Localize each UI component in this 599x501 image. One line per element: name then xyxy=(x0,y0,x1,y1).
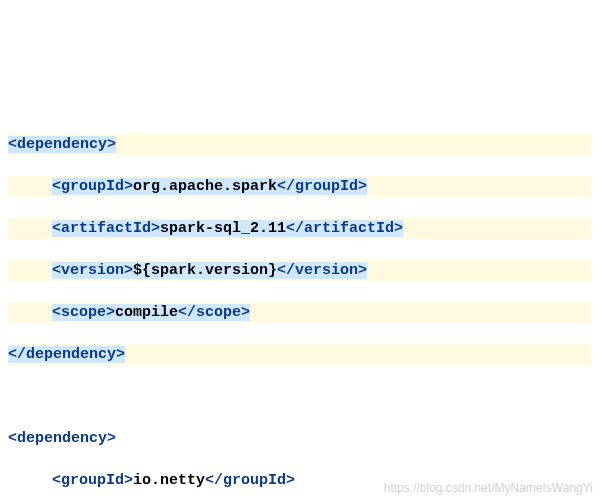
tag-artifactId-close: </artifactId> xyxy=(286,220,403,237)
code-line: <scope>compile</scope> xyxy=(8,302,591,323)
groupId-value: io.netty xyxy=(133,472,205,489)
tag-groupId-close: </groupId> xyxy=(205,472,295,489)
tag-groupId-open: <groupId> xyxy=(52,472,133,489)
tag-version-close: </version> xyxy=(277,262,367,279)
tag-artifactId-open: <artifactId> xyxy=(52,220,160,237)
watermark-text: https://blog.csdn.net/MyNameIsWangYi xyxy=(384,480,593,497)
code-line: <version>${spark.version}</version> xyxy=(8,260,591,281)
tag-groupId-close: </groupId> xyxy=(277,178,367,195)
tag-dependency-close: </dependency> xyxy=(8,346,125,363)
tag-dependency-open: <dependency> xyxy=(8,136,116,153)
code-line: <dependency> xyxy=(8,428,591,449)
code-line: <dependency> xyxy=(8,134,591,155)
tag-scope-open: <scope> xyxy=(52,304,115,321)
version-value: ${spark.version} xyxy=(133,262,277,279)
groupId-value: org.apache.spark xyxy=(133,178,277,195)
blank-line xyxy=(8,386,591,407)
code-line: <artifactId>spark-sql_2.11</artifactId> xyxy=(8,218,591,239)
tag-scope-close: </scope> xyxy=(178,304,250,321)
artifactId-value: spark-sql_2.11 xyxy=(160,220,286,237)
tag-dependency-open: <dependency> xyxy=(8,430,116,447)
tag-groupId-open: <groupId> xyxy=(52,178,133,195)
code-line: <groupId>org.apache.spark</groupId> xyxy=(8,176,591,197)
tag-version-open: <version> xyxy=(52,262,133,279)
scope-value: compile xyxy=(115,304,178,321)
xml-code-block: <dependency> <groupId>org.apache.spark</… xyxy=(8,92,591,501)
code-line: </dependency> xyxy=(8,344,591,365)
